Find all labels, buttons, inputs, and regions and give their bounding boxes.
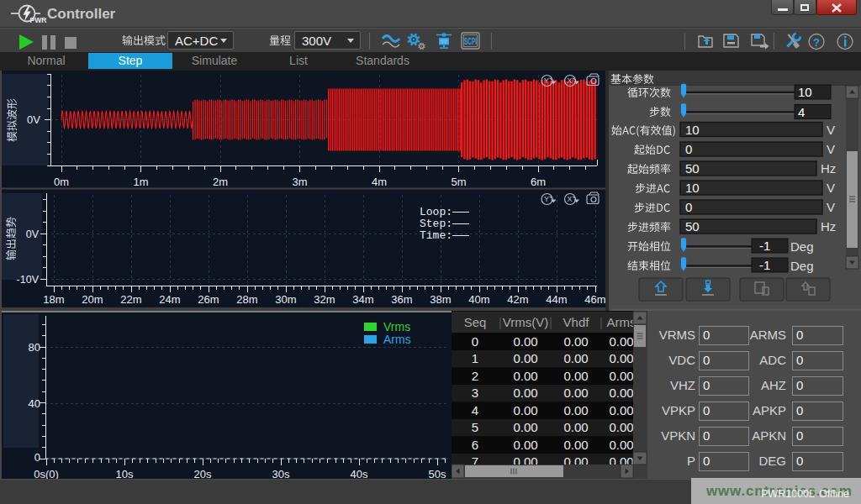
svg-text:5: 5 [472, 420, 478, 434]
svg-text:0: 0 [685, 200, 692, 214]
svg-text:3m: 3m [292, 176, 307, 188]
svg-text:Arms: Arms [607, 315, 637, 329]
svg-text:0.00: 0.00 [609, 386, 633, 400]
svg-text:32m: 32m [314, 293, 335, 306]
svg-text:Step:: Step: [420, 218, 452, 230]
svg-text:26m: 26m [198, 293, 219, 306]
svg-text:Time:: Time: [420, 229, 452, 242]
svg-text:0.00: 0.00 [609, 351, 633, 365]
svg-text:0: 0 [796, 403, 803, 417]
svg-text:10: 10 [685, 181, 700, 195]
svg-text:Seq: Seq [464, 315, 487, 329]
svg-text:0: 0 [703, 353, 710, 367]
svg-text:Loop:: Loop: [420, 206, 452, 218]
svg-text:18m: 18m [43, 293, 64, 306]
svg-text:VRMS: VRMS [659, 328, 695, 342]
svg-text:Vrms(V): Vrms(V) [503, 315, 548, 329]
svg-text:0: 0 [796, 378, 803, 392]
svg-text:42m: 42m [507, 293, 528, 306]
svg-text:Arms: Arms [383, 333, 411, 346]
svg-text:0.00: 0.00 [563, 438, 588, 452]
svg-text:Controller: Controller [47, 6, 116, 22]
svg-text:V: V [827, 181, 835, 195]
svg-text:0: 0 [685, 142, 692, 156]
svg-text:VHZ: VHZ [670, 378, 695, 392]
svg-text:6: 6 [472, 438, 478, 452]
svg-text:0V: 0V [27, 113, 40, 126]
svg-text:0.00: 0.00 [513, 369, 537, 383]
svg-text:38m: 38m [430, 293, 451, 306]
svg-text:5m: 5m [451, 176, 466, 188]
svg-text:0.00: 0.00 [609, 334, 633, 349]
svg-text:0.00: 0.00 [513, 438, 537, 452]
svg-text:VPKP: VPKP [662, 403, 695, 417]
svg-text:24m: 24m [159, 293, 180, 306]
svg-text:30m: 30m [275, 293, 296, 306]
svg-text:0: 0 [796, 454, 803, 468]
svg-text:46m: 46m [584, 293, 605, 306]
svg-text:APKP: APKP [753, 403, 786, 417]
svg-text:34m: 34m [352, 293, 373, 306]
svg-text:X: X [567, 195, 572, 203]
svg-text:28m: 28m [236, 293, 257, 306]
svg-text:4: 4 [798, 105, 805, 119]
svg-text:10: 10 [685, 123, 700, 137]
svg-text:Vhdf: Vhdf [563, 315, 590, 329]
svg-text:APKN: APKN [752, 428, 786, 443]
svg-text:Deg: Deg [790, 239, 814, 254]
svg-text:0.00: 0.00 [609, 438, 633, 452]
svg-text:0.00: 0.00 [513, 420, 537, 434]
svg-text:0: 0 [703, 428, 710, 443]
svg-text:0.00: 0.00 [563, 334, 588, 349]
svg-text:1m: 1m [133, 176, 148, 188]
svg-text:44m: 44m [546, 293, 567, 306]
svg-text:0.00: 0.00 [513, 386, 537, 400]
svg-text:?: ? [813, 36, 820, 49]
svg-text:X: X [567, 76, 572, 85]
svg-text:-1: -1 [759, 239, 770, 253]
svg-text:10: 10 [798, 85, 812, 99]
svg-text:Y: Y [544, 76, 549, 85]
svg-text:PWR: PWR [30, 16, 47, 24]
svg-text:2m: 2m [213, 176, 228, 188]
svg-text:0: 0 [796, 428, 803, 443]
svg-text:0V: 0V [26, 228, 40, 240]
svg-text:50: 50 [685, 161, 700, 176]
svg-text:0: 0 [796, 353, 803, 367]
svg-text:0.00: 0.00 [609, 369, 633, 383]
svg-text:4m: 4m [372, 176, 387, 188]
svg-text:1: 1 [472, 351, 478, 365]
svg-text:Hz: Hz [821, 161, 836, 176]
svg-text:V: V [827, 142, 835, 156]
svg-text:0: 0 [472, 334, 478, 349]
svg-text:22m: 22m [120, 293, 141, 306]
svg-text:0.00: 0.00 [513, 334, 537, 349]
svg-text:Vrms: Vrms [383, 320, 410, 333]
svg-text:0: 0 [703, 378, 710, 392]
svg-text:36m: 36m [391, 293, 412, 306]
svg-text:0.00: 0.00 [563, 403, 588, 417]
svg-text:0: 0 [703, 328, 710, 342]
svg-text:Hz: Hz [821, 219, 836, 234]
svg-text:ADC: ADC [759, 353, 786, 367]
svg-text:-10V: -10V [17, 274, 40, 286]
svg-text:AHZ: AHZ [761, 378, 786, 392]
svg-text:0.00: 0.00 [609, 420, 633, 434]
svg-text:40m: 40m [468, 293, 489, 306]
svg-text:0: 0 [703, 403, 710, 417]
svg-text:0.00: 0.00 [513, 351, 537, 365]
svg-text:0.00: 0.00 [563, 369, 588, 383]
svg-text:V: V [827, 200, 835, 214]
svg-text:0.00: 0.00 [563, 386, 588, 400]
svg-text:V: V [827, 123, 835, 137]
svg-text:2: 2 [472, 369, 478, 383]
svg-text:4: 4 [472, 403, 478, 417]
svg-text:SCPI: SCPI [464, 37, 477, 46]
svg-text:0m: 0m [54, 176, 69, 188]
svg-text:P: P [687, 454, 695, 468]
svg-text:VDC: VDC [668, 353, 695, 367]
svg-text:0: 0 [703, 454, 710, 468]
svg-text:0.00: 0.00 [609, 403, 633, 417]
svg-text:0.00: 0.00 [563, 351, 588, 365]
svg-text:0: 0 [34, 451, 40, 464]
